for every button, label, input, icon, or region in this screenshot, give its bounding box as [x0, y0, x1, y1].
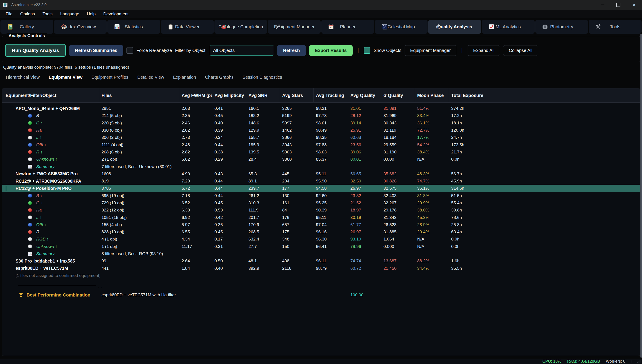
menu-item-tools[interactable]: Tools — [39, 12, 56, 16]
cell: 38.0% — [415, 208, 449, 212]
export-results-button[interactable]: Export Results — [309, 45, 352, 56]
cell: 32.403 — [381, 193, 415, 198]
column-header-avg-snr[interactable]: Avg SNR — [246, 88, 280, 102]
equipment-manager-button[interactable]: Equipment Manager — [404, 45, 456, 56]
cell: 31.190 — [381, 150, 415, 154]
tab-data-viewer[interactable]: Data Viewer — [161, 20, 214, 34]
cell: 18.184 — [381, 135, 415, 140]
tab-planner[interactable]: 17Planner — [321, 20, 374, 34]
table-row[interactable]: RC12@ + ATR3CMOS26000KPA8197.290.4489.12… — [2, 178, 640, 185]
cell: 97.73 — [314, 113, 348, 118]
table-row[interactable]: L ↑1051 (18 obj)6.920.42201.717695.1130.… — [2, 214, 640, 221]
table-row[interactable]: Summary7 filters used, Best: Unknown (80… — [2, 163, 640, 170]
table-row[interactable]: [1 files not assigned to confirmed equip… — [2, 272, 640, 279]
menu-item-help[interactable]: Help — [83, 12, 100, 16]
table-row[interactable]: OIII ↑155 (4 obj)5.970.36170.965797.0461… — [2, 221, 640, 228]
menu-item-language[interactable]: Language — [56, 12, 83, 16]
table-row[interactable]: S30 Pro_bddabeb1 + imx585992.640.5048.14… — [2, 257, 640, 264]
cell: 28.9% — [415, 222, 449, 227]
table-row[interactable]: esprit80ED + veTEC571M4411.840.40392.921… — [2, 265, 640, 272]
refresh-button[interactable]: Refresh — [277, 45, 306, 56]
view-tab-hierarchical-view[interactable]: Hierarchical View — [6, 75, 40, 80]
tab-catalogue-completion[interactable]: Catalogue Completion — [214, 20, 267, 34]
table-row[interactable]: RGB ↑4 (1 obj)4.340.17632.434896.3093.10… — [2, 236, 640, 243]
filter-by-object-input[interactable] — [210, 45, 274, 56]
tab-tools[interactable]: Tools — [589, 20, 642, 34]
menu-item-file[interactable]: File — [2, 12, 16, 16]
cell: 0.38 — [212, 150, 246, 154]
menu-item-development[interactable]: Development — [100, 12, 132, 16]
column-header-quality[interactable]: σ Quality — [381, 88, 415, 102]
menu-item-options[interactable]: Options — [16, 12, 39, 16]
column-header-total-exposure[interactable]: Total Exposure — [449, 88, 640, 102]
tab-statistics[interactable]: Statistics — [107, 20, 160, 34]
cell: 89.1 — [246, 179, 280, 184]
scrollbar-thumb[interactable] — [640, 34, 642, 358]
close-button[interactable]: × — [626, 0, 642, 10]
table-row[interactable]: Ha ↓830 (6 obj)2.820.39129.9146298.4925.… — [2, 127, 640, 134]
table-row[interactable]: B ↓695 (19 obj)7.180.44261.213092.6023.3… — [2, 192, 640, 199]
cell: 54.2% — [415, 142, 449, 147]
table-row[interactable]: Best Performing Combinationesprit80ED + … — [2, 291, 640, 299]
view-tab-equipment-view[interactable]: Equipment View — [48, 75, 82, 80]
resize-grip-icon[interactable] — [637, 360, 641, 363]
cell: 828 (19 obj) — [99, 230, 179, 234]
cell: 30.19 — [348, 215, 381, 220]
minimize-button[interactable] — [595, 0, 610, 10]
column-header-avg-tracking[interactable]: Avg Tracking — [314, 88, 348, 102]
table-row[interactable]: APO_Mono_94mm + QHY268M29512.630.41160.1… — [2, 105, 640, 112]
table-row[interactable]: OIII ↓1111 (4 obj)2.480.44185.9304397.88… — [2, 141, 640, 148]
table-row[interactable]: Unknown ↑1 (1 obj)11.170.3127.715086.417… — [2, 243, 640, 250]
cell: 0.53 — [212, 208, 246, 212]
cell: 38.4% — [415, 150, 449, 154]
summary-label: Summary — [36, 164, 54, 169]
view-tab-detailed-view[interactable]: Detailed View — [137, 75, 164, 80]
table-row[interactable]: Unknown ↑2 (1 obj)5.620.2928.4336085.378… — [2, 156, 640, 163]
table-row[interactable]: RC12@ + Poseidon-M PRO37856.720.44239.71… — [2, 185, 640, 192]
tab-ml-analytics[interactable]: ML Analytics — [482, 20, 535, 34]
cell: 1.064 — [381, 237, 415, 242]
cell: 21.7h — [449, 150, 640, 154]
tab-quality-analysis[interactable]: Quality Analysis — [428, 20, 481, 34]
cell: 0.0h — [449, 157, 640, 162]
equipment-name: RC12@ + Poseidon-M PRO — [2, 186, 72, 191]
maximize-button[interactable] — [610, 0, 626, 10]
column-header-equipment-filter-object[interactable]: Equipment/Filter/Object — [2, 88, 99, 102]
table-row[interactable]: … — [2, 282, 640, 290]
refresh-summaries-button[interactable]: Refresh Summaries — [69, 45, 123, 56]
cell: 2.82 — [179, 128, 212, 133]
force-reanalyze-checkbox[interactable] — [126, 47, 133, 54]
tab-gallery[interactable]: Gallery — [0, 20, 53, 34]
show-objects-checkbox[interactable] — [364, 47, 370, 54]
column-header-moon-phase[interactable]: Moon Phase — [415, 88, 449, 102]
view-tab-explanation[interactable]: Explanation — [173, 75, 196, 80]
table-row[interactable]: G ↑220 (5 obj)2.460.40148.6599798.6139.1… — [2, 120, 640, 127]
microscope-icon — [435, 24, 441, 30]
equipment-cell: S30 Pro_bddabeb1 + imx585 — [2, 257, 99, 264]
view-tab-session-diagnostics[interactable]: Session Diagnostics — [242, 75, 282, 80]
collapse-all-button[interactable]: Collapse All — [503, 45, 538, 56]
column-header-files[interactable]: Files — [99, 88, 179, 102]
tab-equipment-manager[interactable]: Equipment Manager — [268, 20, 321, 34]
column-header-avg-ellipticity[interactable]: Avg Ellipticity — [212, 88, 246, 102]
calendar-icon: 17 — [328, 24, 334, 30]
tab-index-overview[interactable]: Index Overview — [54, 20, 107, 34]
run-quality-analysis-button[interactable]: Run Quality Analysis — [5, 44, 66, 57]
table-row[interactable]: Summary8 filters used, Best: RGB (93.10) — [2, 250, 640, 257]
filter-name: B — [36, 113, 39, 118]
tab-photometry[interactable]: Photometry — [535, 20, 588, 34]
table-row[interactable]: G ↓729 (19 obj)6.520.45310.316195.2521.5… — [2, 199, 640, 206]
table-row[interactable]: R ↑268 (6 obj)2.820.38139.5530398.6339.0… — [2, 148, 640, 156]
expand-all-button[interactable]: Expand All — [468, 45, 500, 56]
column-header-avg-quality[interactable]: Avg Quality — [348, 88, 381, 102]
table-row[interactable]: R828 (19 obj)6.550.45268.517596.1626.973… — [2, 228, 640, 236]
column-header-avg-stars[interactable]: Avg Stars — [280, 88, 314, 102]
tab-celestial-map[interactable]: Celestial Map — [375, 20, 428, 34]
table-row[interactable]: L ↑306 (2 obj)2.730.34155.7386698.3560.6… — [2, 134, 640, 141]
table-row[interactable]: B214 (5 obj)2.350.45188.2519997.7328.123… — [2, 112, 640, 119]
table-row[interactable]: Newton + ZWO ASI533MC Pro16084.900.4365.… — [2, 170, 640, 178]
view-tab-equipment-profiles[interactable]: Equipment Profiles — [92, 75, 128, 80]
view-tab-charts-graphs[interactable]: Charts Graphs — [205, 75, 234, 80]
table-row[interactable]: Ha ↓322 (12 obj)6.330.53111.98490.3918.9… — [2, 206, 640, 214]
column-header-avg-fwhm-px[interactable]: Avg FWHM (px) — [179, 88, 212, 102]
